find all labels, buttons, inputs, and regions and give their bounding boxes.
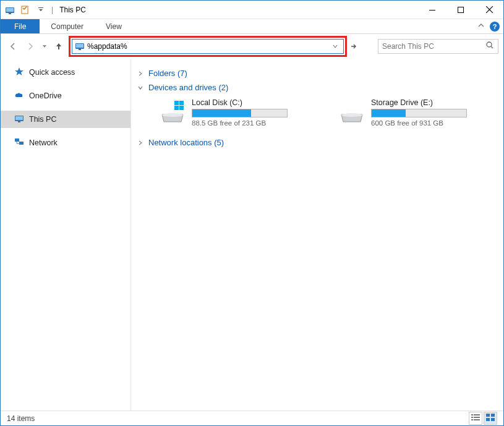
drive-usage-fill <box>372 109 406 117</box>
sidebar-item-this-pc[interactable]: This PC <box>1 111 130 128</box>
svg-rect-6 <box>458 7 464 12</box>
title-bar: | This PC <box>1 1 503 19</box>
maximize-button[interactable] <box>446 1 475 19</box>
svg-rect-31 <box>491 418 495 421</box>
address-input[interactable]: %appdata% <box>87 42 327 51</box>
minimize-button[interactable] <box>418 1 446 19</box>
svg-rect-24 <box>471 417 473 418</box>
star-icon <box>14 67 24 79</box>
svg-rect-23 <box>474 414 480 415</box>
svg-rect-18 <box>174 106 179 110</box>
drive-item[interactable]: Storage Drive (E:) 600 GB free of 931 GB <box>339 98 493 127</box>
svg-rect-28 <box>486 414 490 417</box>
svg-rect-5 <box>429 10 435 11</box>
storage-drive-icon <box>339 98 365 124</box>
svg-rect-27 <box>474 419 480 420</box>
svg-rect-1 <box>6 8 14 12</box>
drive-info: Local Disk (C:) 88.5 GB free of 231 GB <box>192 98 314 127</box>
properties-icon[interactable] <box>19 3 32 17</box>
svg-rect-16 <box>174 101 179 105</box>
window-title: This PC <box>59 6 86 14</box>
svg-rect-29 <box>491 414 495 417</box>
up-button[interactable] <box>51 39 66 54</box>
close-button[interactable] <box>475 1 503 19</box>
body: Quick access OneDrive This PC <box>1 59 503 411</box>
svg-rect-22 <box>471 414 473 415</box>
file-explorer-window: | This PC File Computer View ? <box>0 0 504 426</box>
drive-free-text: 600 GB free of 931 GB <box>371 119 493 127</box>
svg-rect-4 <box>38 7 43 8</box>
drive-item[interactable]: Local Disk (C:) 88.5 GB free of 231 GB <box>160 98 314 127</box>
this-pc-icon <box>75 41 85 51</box>
svg-point-10 <box>487 42 492 47</box>
svg-rect-8 <box>76 44 83 48</box>
chevron-right-icon <box>137 70 145 77</box>
drive-name: Local Disk (C:) <box>192 98 314 107</box>
sidebar-label: Quick access <box>29 68 75 77</box>
file-tab[interactable]: File <box>1 19 40 33</box>
drive-usage-bar <box>192 109 288 117</box>
large-icons-view-icon[interactable] <box>484 412 497 425</box>
svg-rect-26 <box>471 419 473 420</box>
search-input[interactable] <box>382 42 485 51</box>
section-title: Devices and drives (2) <box>148 83 228 92</box>
network-locations-section-header[interactable]: Network locations (5) <box>136 135 498 150</box>
app-icon[interactable] <box>3 3 17 17</box>
drives-list: Local Disk (C:) 88.5 GB free of 231 GB <box>136 95 498 135</box>
svg-rect-2 <box>9 13 11 14</box>
svg-rect-15 <box>19 142 23 145</box>
onedrive-icon <box>14 90 24 102</box>
sidebar-label: Network <box>29 138 58 147</box>
section-title: Folders (7) <box>148 69 187 78</box>
sidebar-label: This PC <box>29 115 56 124</box>
chevron-down-icon <box>137 85 145 91</box>
folders-section-header[interactable]: Folders (7) <box>136 66 498 80</box>
content-pane: Folders (7) Devices and drives (2) <box>131 59 503 411</box>
status-bar: 14 items <box>1 411 503 425</box>
help-icon[interactable]: ? <box>490 22 500 32</box>
address-bar[interactable]: %appdata% <box>72 39 344 54</box>
section-title: Network locations (5) <box>148 138 224 147</box>
svg-point-20 <box>162 113 183 117</box>
sidebar-item-quick-access[interactable]: Quick access <box>1 64 130 81</box>
navigation-bar: %appdata% <box>1 34 503 59</box>
svg-rect-3 <box>22 6 28 14</box>
ribbon-collapse-icon[interactable] <box>477 21 485 32</box>
sidebar-item-onedrive[interactable]: OneDrive <box>1 87 130 104</box>
recent-locations-icon[interactable] <box>40 39 49 54</box>
drive-usage-fill <box>192 109 251 117</box>
computer-tab[interactable]: Computer <box>40 19 95 33</box>
go-button[interactable] <box>347 39 361 54</box>
status-item-count: 14 items <box>7 414 35 423</box>
sidebar-item-network[interactable]: Network <box>1 134 130 151</box>
chevron-right-icon <box>137 140 145 146</box>
details-view-icon[interactable] <box>469 412 482 425</box>
forward-button[interactable] <box>23 39 38 54</box>
ribbon-tabs: File Computer View ? <box>1 19 503 34</box>
drive-info: Storage Drive (E:) 600 GB free of 931 GB <box>371 98 493 127</box>
sidebar-label: OneDrive <box>29 92 62 100</box>
address-dropdown-icon[interactable] <box>330 43 341 49</box>
devices-section-header[interactable]: Devices and drives (2) <box>136 80 498 95</box>
search-icon[interactable] <box>485 41 494 52</box>
svg-rect-13 <box>18 121 20 122</box>
svg-rect-25 <box>474 417 480 418</box>
ribbon-right: ? <box>477 19 503 33</box>
view-mode-buttons <box>469 412 497 425</box>
title-separator: | <box>51 6 53 14</box>
title-bar-left: | This PC <box>1 3 418 17</box>
svg-rect-30 <box>486 418 490 421</box>
search-box[interactable] <box>378 39 498 54</box>
drive-name: Storage Drive (E:) <box>371 98 493 107</box>
local-disk-icon <box>160 98 186 124</box>
view-tab[interactable]: View <box>95 19 133 33</box>
svg-rect-14 <box>15 138 19 142</box>
address-highlight: %appdata% <box>69 36 347 57</box>
address-bar-wrapper: %appdata% <box>69 36 375 57</box>
navigation-pane: Quick access OneDrive This PC <box>1 59 131 411</box>
back-button[interactable] <box>6 39 20 54</box>
this-pc-icon <box>14 114 24 126</box>
qat-dropdown-icon[interactable] <box>34 3 48 17</box>
window-controls <box>418 1 503 19</box>
svg-rect-17 <box>179 101 184 105</box>
